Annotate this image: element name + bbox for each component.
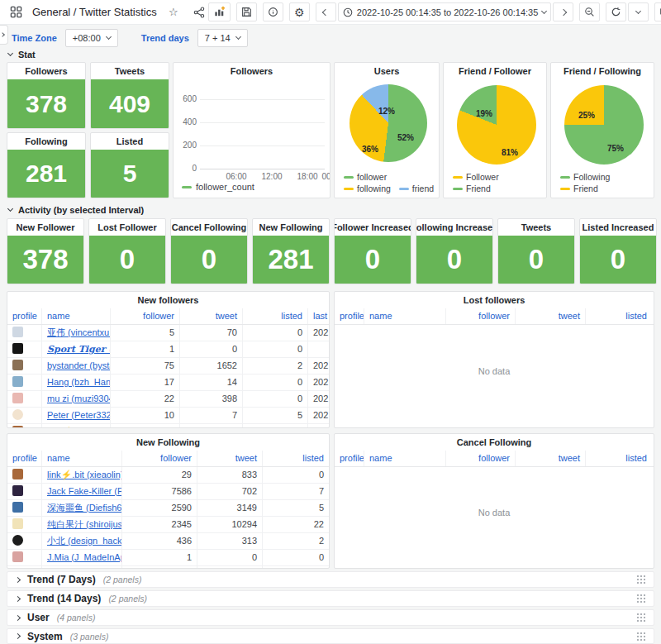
panel-title[interactable]: New Following — [7, 434, 329, 451]
legend-item[interactable]: following — [344, 184, 391, 193]
legend-item[interactable]: Friend — [453, 184, 491, 193]
panel-title[interactable]: New followers — [7, 292, 329, 308]
name-cell[interactable]: Peter (Peter332167.. — [42, 408, 111, 423]
panel-title[interactable]: Tweets — [498, 219, 574, 236]
column-header[interactable]: profile — [335, 451, 364, 466]
column-header[interactable]: tweet — [516, 451, 586, 466]
panel-title[interactable]: Tweets — [91, 63, 169, 79]
panel-title[interactable]: Cancel Following — [171, 219, 247, 236]
panel-title[interactable]: Follower Increased — [335, 219, 411, 236]
legend-item[interactable]: friend — [399, 184, 434, 193]
drag-handle-icon[interactable] — [637, 632, 646, 642]
name-cell[interactable]: link⚡.bit (xieaolin) — [42, 424, 111, 428]
drag-handle-icon[interactable] — [637, 594, 646, 603]
column-header[interactable]: tweet — [516, 308, 586, 324]
panel-title[interactable]: Listed — [91, 133, 169, 150]
time-range-forward-button[interactable] — [553, 2, 573, 21]
name-cell[interactable]: J.Mia (J_MadeInApril) — [42, 550, 122, 565]
profile-link[interactable]: 小北 (design_hacking) — [47, 536, 122, 546]
panel-title[interactable]: Users — [335, 63, 439, 79]
column-header[interactable]: name — [364, 308, 446, 324]
zoom-out-time-button[interactable] — [579, 2, 600, 21]
profile-link[interactable]: link⚡.bit (xieaolin) — [47, 427, 111, 428]
name-cell[interactable]: 亚伟 (vincentxu1318) — [42, 325, 111, 341]
apps-grid-icon[interactable] — [7, 3, 25, 21]
column-header[interactable]: name — [42, 308, 111, 324]
profile-link[interactable]: Hang (bzh_Hang) — [47, 377, 111, 387]
drag-handle-icon[interactable] — [637, 613, 646, 623]
panel-title[interactable]: Friend / Following — [551, 63, 654, 79]
time-range-picker[interactable]: 2022-10-25 00:14:35 to 2022-10-26 00:14:… — [338, 2, 552, 21]
column-header[interactable]: follower — [122, 451, 197, 466]
column-header[interactable]: follower — [446, 451, 516, 466]
add-panel-button[interactable] — [208, 2, 231, 21]
column-header[interactable]: last — [308, 308, 329, 324]
profile-link[interactable]: Jack Fake-Killer (Phish.. — [47, 486, 122, 496]
column-header[interactable]: profile — [7, 451, 42, 466]
drag-handle-icon[interactable] — [637, 575, 646, 584]
legend-item[interactable]: Friend — [560, 184, 598, 193]
trend-days-select[interactable]: 7 + 14 — [197, 29, 248, 47]
profile-link[interactable]: J.Mia (J_MadeInApril) — [47, 552, 122, 562]
legend-item[interactable]: Following — [560, 172, 610, 182]
name-cell[interactable]: Jack Fake-Killer (Phish.. — [42, 484, 122, 499]
dashboard-row-trend-14-days[interactable]: Trend (14 Days) (2 panels) — [7, 590, 654, 607]
name-cell[interactable]: Hang (bzh_Hang) — [42, 374, 111, 390]
refresh-interval-dropdown[interactable] — [628, 2, 649, 21]
profile-link[interactable]: bystander (bystand.. — [47, 360, 111, 370]
share-icon[interactable] — [190, 3, 208, 21]
name-cell[interactable]: mu zi (muzi930409.. — [42, 391, 111, 407]
legend-item[interactable]: follower — [344, 172, 387, 182]
legend-item[interactable]: follower_count — [182, 182, 254, 192]
column-header[interactable]: name — [364, 451, 446, 466]
column-header[interactable]: listed — [243, 308, 308, 324]
profile-link[interactable]: link⚡.bit (xieaolin) — [47, 470, 122, 479]
kiosk-mode-button[interactable] — [654, 2, 661, 21]
column-header[interactable]: name — [42, 451, 122, 466]
panel-title[interactable]: Cancel Following — [335, 434, 654, 451]
profile-link[interactable]: Peter (Peter332167.. — [47, 410, 111, 420]
star-icon[interactable]: ☆ — [164, 3, 183, 21]
profile-link[interactable]: Sport Tiger (.. — [47, 344, 111, 355]
dashboard-settings-button[interactable]: ⚙ — [289, 2, 310, 21]
panel-title[interactable]: Friend / Follower — [444, 63, 546, 79]
name-cell[interactable]: Ehco (Ehco1996) — [42, 566, 122, 569]
insights-icon[interactable] — [263, 2, 283, 21]
dashboard-row-system[interactable]: System (3 panels) — [7, 628, 654, 644]
column-header[interactable]: profile — [335, 308, 364, 324]
timezone-select[interactable]: +08:00 — [65, 29, 118, 47]
column-header[interactable]: follower — [446, 308, 516, 324]
panel-title[interactable]: Following — [7, 133, 85, 150]
name-cell[interactable]: link⚡.bit (xieaolin) — [42, 467, 122, 483]
dashboard-row-trend-7-days[interactable]: Trend (7 Days) (2 panels) — [7, 571, 654, 588]
panel-title[interactable]: Followers — [174, 63, 330, 79]
panel-title[interactable]: Listed Increased — [580, 219, 656, 236]
profile-link[interactable]: 深海噩鱼 (Diefish666) — [47, 503, 122, 513]
name-cell[interactable]: bystander (bystand.. — [42, 358, 111, 374]
panel-title[interactable]: New Follower — [7, 219, 83, 236]
column-header[interactable]: listed — [586, 451, 652, 466]
profile-link[interactable]: 纯白果汁 (shiroijusu) — [47, 519, 122, 529]
panel-title[interactable]: Lost followers — [335, 292, 654, 308]
refresh-button[interactable] — [606, 2, 626, 21]
column-header[interactable]: listed — [586, 308, 652, 324]
dashboard-row-user[interactable]: User (4 panels) — [7, 609, 654, 626]
name-cell[interactable]: 小北 (design_hacking) — [42, 533, 122, 549]
column-header[interactable]: listed — [263, 451, 329, 466]
breadcrumb[interactable]: General / Twitter Statistics — [32, 6, 157, 18]
panel-title[interactable]: Lost Follower — [89, 219, 165, 236]
save-dashboard-button[interactable] — [236, 2, 257, 21]
panel-title[interactable]: Following Increased — [416, 219, 492, 236]
column-header[interactable]: tweet — [197, 451, 263, 466]
column-header[interactable]: tweet — [180, 308, 243, 324]
panel-title[interactable]: New Following — [253, 219, 329, 236]
panel-title[interactable]: Followers — [7, 63, 85, 79]
time-range-back-button[interactable] — [316, 2, 336, 21]
row-header-stat[interactable]: Stat — [8, 50, 36, 60]
name-cell[interactable]: Sport Tiger (.. — [42, 341, 111, 357]
name-cell[interactable]: 纯白果汁 (shiroijusu) — [42, 517, 122, 532]
row-header-activity[interactable]: Activity (by selected Interval) — [8, 205, 144, 215]
profile-link[interactable]: 亚伟 (vincentxu1318) — [47, 327, 111, 337]
name-cell[interactable]: 深海噩鱼 (Diefish666) — [42, 500, 122, 516]
sidebar-expand-button[interactable] — [0, 25, 8, 45]
